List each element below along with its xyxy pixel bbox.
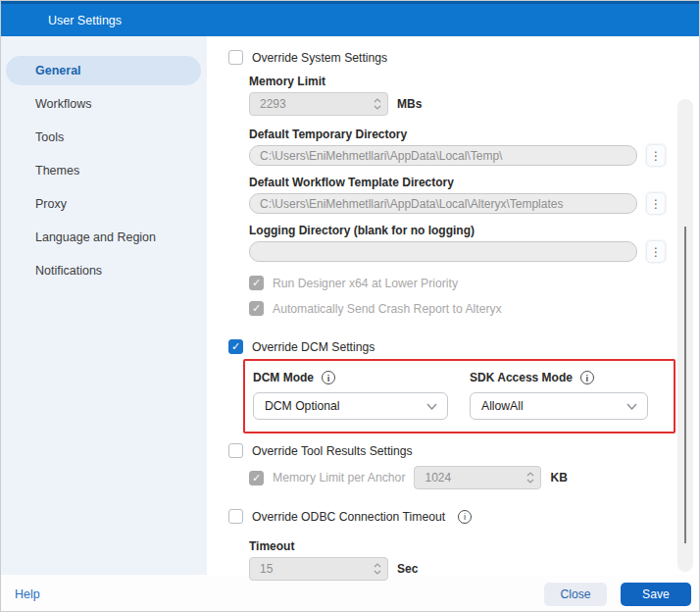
override-odbc-label: Override ODBC Connection Timeout [252,510,445,524]
info-icon[interactable]: i [322,371,335,384]
run-x64-row: ✓ Run Designer x64 at Lower Priority [249,276,699,290]
help-link[interactable]: Help [15,587,40,601]
override-odbc-checkbox[interactable] [228,509,243,524]
override-tool-results-label: Override Tool Results Settings [252,444,413,458]
logging-directory-input [249,241,637,262]
info-icon[interactable]: i [580,371,594,384]
memory-per-anchor-label: Memory Limit per Anchor [273,471,405,484]
scrollbar-thumb[interactable] [684,227,686,543]
dots-icon: ⋮ [650,150,662,162]
sidebar-item-notifications[interactable]: Notifications [6,256,201,285]
run-x64-label: Run Designer x64 at Lower Priority [273,277,458,290]
logging-directory-browse-button[interactable]: ⋮ [647,241,665,262]
template-directory-browse-button[interactable]: ⋮ [647,193,665,214]
override-tool-results-row: Override Tool Results Settings [228,443,699,458]
temp-directory-label: Default Temporary Directory [249,128,699,141]
memory-limit-label: Memory Limit [249,75,699,88]
save-button[interactable]: Save [621,583,691,606]
template-directory-input: C:\Users\EniMehmetllari\AppData\Local\Al… [249,193,637,214]
spinner-arrows-icon[interactable] [374,563,381,575]
settings-panel: Override System Settings Memory Limit 22… [207,36,699,575]
sidebar: General Workflows Tools Themes ProxyLang… [1,36,207,575]
override-dcm-checkbox[interactable]: ✓ [228,339,243,354]
window-title: User Settings [48,14,122,27]
sidebar-item-general[interactable]: General [6,56,201,85]
temp-directory-browse-button[interactable]: ⋮ [647,145,665,166]
crash-report-row: ✓ Automatically Send Crash Report to Alt… [249,301,699,316]
info-icon[interactable]: i [458,510,472,524]
run-x64-checkbox: ✓ [249,276,264,290]
sidebar-item-themes[interactable]: Themes [6,156,201,185]
dots-icon: ⋮ [650,198,662,210]
sidebar-item-tools[interactable]: Tools [6,123,201,152]
override-tool-results-checkbox[interactable] [228,443,243,458]
memory-per-anchor-checkbox: ✓ [249,471,264,485]
timeout-label: Timeout [249,539,699,553]
sdk-access-mode-select[interactable]: AllowAll [470,392,648,420]
title-bar: User Settings [1,1,699,36]
memory-limit-input: 2293 [249,92,388,116]
logging-directory-label: Logging Directory (blank for no logging) [249,224,699,237]
temp-directory-input: C:\Users\EniMehmetllari\AppData\Local\Te… [249,145,637,166]
sdk-access-mode-label: SDK Access Mode i [470,371,648,384]
timeout-input: 15 [249,557,388,581]
user-settings-dialog: User Settings General Workflows Tools Th… [0,0,700,612]
close-button[interactable]: Close [544,583,607,606]
crash-report-label: Automatically Send Crash Report to Alter… [273,302,502,316]
chevron-down-icon [426,399,437,413]
override-system-settings-checkbox[interactable] [228,50,243,65]
override-dcm-label: Override DCM Settings [252,340,375,354]
chevron-down-icon [626,399,637,413]
dcm-mode-select[interactable]: DCM Optional [253,392,448,420]
crash-report-checkbox: ✓ [249,301,264,316]
override-system-settings-label: Override System Settings [252,51,387,65]
override-odbc-row: Override ODBC Connection Timeout i [228,509,699,524]
dots-icon: ⋮ [650,246,662,258]
sidebar-item-workflows[interactable]: Workflows [6,89,201,119]
timeout-unit: Sec [397,562,418,576]
template-directory-label: Default Workflow Template Directory [249,176,699,189]
memory-per-anchor-row: ✓ Memory Limit per Anchor 1024 KB [249,466,699,489]
sidebar-item-language-and-region[interactable]: Language and Region [6,223,201,252]
dcm-mode-label: DCM Mode i [253,371,448,384]
spinner-arrows-icon[interactable] [374,98,381,110]
memory-per-anchor-input: 1024 [414,466,541,489]
sidebar-item-proxy[interactable]: Proxy [6,189,201,219]
spinner-arrows-icon[interactable] [526,472,534,484]
memory-limit-unit: MBs [397,97,422,111]
dcm-highlight-box: DCM Mode i DCM Optional SDK Access Mode … [243,359,675,434]
memory-per-anchor-unit: KB [550,471,567,484]
scrollbar-track[interactable] [677,99,693,572]
override-dcm-row: ✓ Override DCM Settings [228,339,699,354]
override-system-settings-row: Override System Settings [228,50,699,65]
